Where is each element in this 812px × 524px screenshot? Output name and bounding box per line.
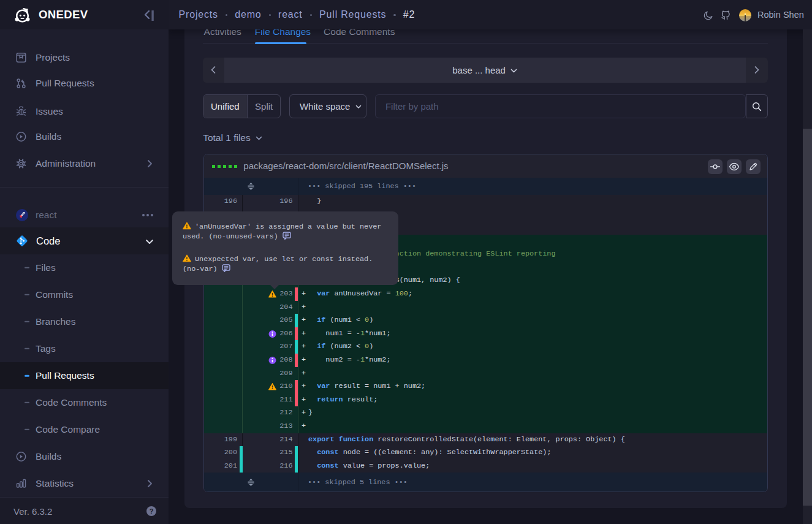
svg-text:?: ? [150, 507, 154, 515]
